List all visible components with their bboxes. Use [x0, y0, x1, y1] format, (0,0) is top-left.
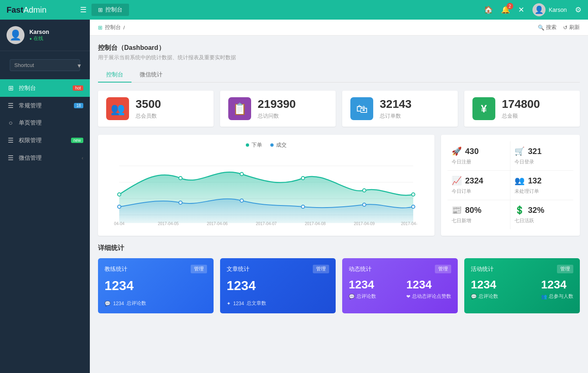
week-new-value: 80%	[465, 205, 481, 215]
settings-icon[interactable]: ⚙	[575, 5, 581, 14]
svg-point-10	[118, 205, 121, 208]
breadcrumb-icon: ⊞	[98, 25, 102, 31]
svg-text:2017-04-06: 2017-04-06	[207, 221, 228, 226]
mini-stat-week-new: 📰 80% 七日新增	[448, 200, 510, 229]
coach-card-header: 教练统计 管理	[105, 265, 207, 273]
sidebar-item-single[interactable]: ○ 单页管理	[0, 114, 90, 132]
register-value: 430	[465, 147, 479, 156]
pending-icon: 👥	[514, 176, 525, 185]
line-chart: 04-04 2017-04-05 2017-04-06 2017-04-07 2…	[105, 154, 428, 227]
legend-deal-dot	[270, 143, 274, 147]
topnav: FastAdmin ☰ ⊞ 控制台 🏠 🔔 2 ✕ 👤 Karson ⚙	[0, 0, 588, 20]
tab-dashboard[interactable]: 控制台	[98, 68, 131, 83]
sidebar-item-permission-label: 权限管理	[19, 137, 67, 144]
legend-order-label: 下单	[252, 141, 262, 149]
home-icon[interactable]: 🏠	[484, 5, 493, 14]
detail-card-dynamic: 动态统计 管理 1234 💬 总评论数 1234	[342, 258, 458, 313]
stat-card-visits: 📋 219390 总访问数	[220, 91, 336, 127]
detail-card-activity: 活动统计 管理 1234 💬 总评论数 1234	[464, 258, 580, 313]
coach-footer-label: 总评论数	[127, 300, 146, 307]
user-menu[interactable]: 👤 Karson	[532, 3, 567, 16]
today-orders-label: 今日订单	[452, 188, 506, 195]
activity-label2: 👥 总参与人数	[541, 293, 573, 300]
cross-icon[interactable]: ✕	[518, 5, 524, 14]
article-manage-btn[interactable]: 管理	[313, 265, 329, 273]
dynamic-value1: 1234	[349, 278, 376, 291]
hamburger-icon[interactable]: ☰	[80, 5, 87, 14]
activity-manage-btn[interactable]: 管理	[557, 265, 573, 273]
article-card-header: 文章统计 管理	[227, 265, 329, 273]
shortcut-select[interactable]: Shortcut	[10, 59, 80, 71]
sidebar-item-permission[interactable]: ☰ 权限管理 new	[0, 132, 90, 149]
today-orders-icon: 📈	[452, 176, 462, 185]
stat-card-orders: 🛍 32143 总订单数	[342, 91, 458, 127]
sidebar-user: 👤 Karson 在线	[0, 20, 90, 51]
detail-cards: 教练统计 管理 1234 💬 1234 总评论数 文章统计 管理	[98, 258, 580, 313]
amount-label: 总金额	[502, 112, 540, 120]
activity-value1: 1234	[471, 278, 498, 291]
svg-point-12	[240, 199, 243, 202]
search-action[interactable]: 🔍 搜索	[538, 24, 557, 31]
detail-title: 详细统计	[98, 244, 580, 252]
sidebar-item-wechat[interactable]: ☰ 微信管理 ‹	[0, 149, 90, 167]
active-tab-icon: ⊞	[98, 7, 103, 13]
coach-manage-btn[interactable]: 管理	[191, 265, 207, 273]
week-new-label: 七日新增	[452, 217, 506, 224]
detail-card-coach: 教练统计 管理 1234 💬 1234 总评论数	[98, 258, 214, 313]
mini-stat-login: 🛒 321 今日登录	[510, 141, 573, 171]
regular-icon: ☰	[7, 102, 15, 109]
register-icon: 🚀	[452, 146, 462, 156]
main-layout: 👤 Karson 在线 Shortcut ▾ ⊞ 控制台 hot ☰ 常规管理 …	[0, 20, 588, 373]
amount-value: 174800	[502, 98, 540, 111]
activity-double: 1234 💬 总评论数 1234 👥 总参与人数	[471, 278, 573, 300]
refresh-action[interactable]: ↺ 刷新	[563, 24, 580, 31]
today-orders-value: 2324	[465, 176, 483, 185]
permission-icon: ☰	[7, 136, 15, 144]
stat-card-members: 👥 3500 总会员数	[98, 91, 214, 127]
dynamic-value2: 1234	[406, 278, 451, 291]
notification-icon[interactable]: 🔔 2	[501, 5, 510, 14]
dynamic-manage-btn[interactable]: 管理	[435, 265, 451, 273]
coach-footer-value: 1234	[113, 301, 124, 306]
article-footer-label: 总文章数	[247, 300, 266, 307]
article-footer-icon: ✦	[227, 301, 231, 306]
week-new-icon: 📰	[452, 205, 462, 215]
stat-card-members-info: 3500 总会员数	[136, 98, 161, 120]
mini-stat-today-orders: 📈 2324 今日订单	[448, 171, 510, 200]
orders-icon: 🛍	[350, 97, 373, 120]
svg-point-7	[301, 176, 305, 180]
sidebar-item-regular[interactable]: ☰ 常规管理 18	[0, 97, 90, 114]
logo: FastAdmin	[7, 5, 72, 15]
amount-icon: ¥	[472, 97, 495, 120]
visits-label: 总访问数	[258, 112, 296, 120]
username-label: Karson	[549, 7, 567, 13]
orders-value: 32143	[380, 98, 412, 111]
svg-point-9	[412, 193, 415, 196]
members-icon: 👥	[106, 97, 129, 120]
sidebar-status: 在线	[29, 35, 49, 42]
week-active-icon: 💲	[514, 205, 525, 215]
sidebar: 👤 Karson 在线 Shortcut ▾ ⊞ 控制台 hot ☰ 常规管理 …	[0, 20, 90, 373]
dynamic-label1-icon: 💬	[349, 294, 355, 299]
tab-wechat-stats[interactable]: 微信统计	[131, 68, 171, 83]
article-footer: ✦ 1234 总文章数	[227, 300, 329, 307]
legend-order-dot	[246, 143, 249, 147]
activity-label1-icon: 💬	[471, 294, 477, 299]
sidebar-item-dashboard[interactable]: ⊞ 控制台 hot	[0, 79, 90, 97]
legend-order: 下单	[246, 141, 262, 149]
svg-point-13	[301, 205, 305, 208]
single-icon: ○	[7, 119, 15, 127]
breadcrumb-separator: /	[123, 25, 125, 31]
chart-card: 下单 成交	[98, 135, 434, 236]
wechat-collapse-icon: ‹	[82, 155, 83, 161]
svg-point-4	[118, 193, 121, 196]
coach-footer: 💬 1234 总评论数	[105, 300, 207, 307]
svg-text:2017-04-09: 2017-04-09	[354, 221, 375, 226]
svg-point-6	[240, 172, 243, 176]
active-tab-label: 控制台	[105, 6, 122, 13]
coach-value: 1234	[105, 278, 207, 293]
svg-text:2017-04-07: 2017-04-07	[256, 221, 277, 226]
active-tab[interactable]: ⊞ 控制台	[91, 4, 129, 16]
breadcrumb: ⊞ 控制台 /	[98, 24, 125, 31]
week-active-label: 七日活跃	[514, 217, 569, 224]
